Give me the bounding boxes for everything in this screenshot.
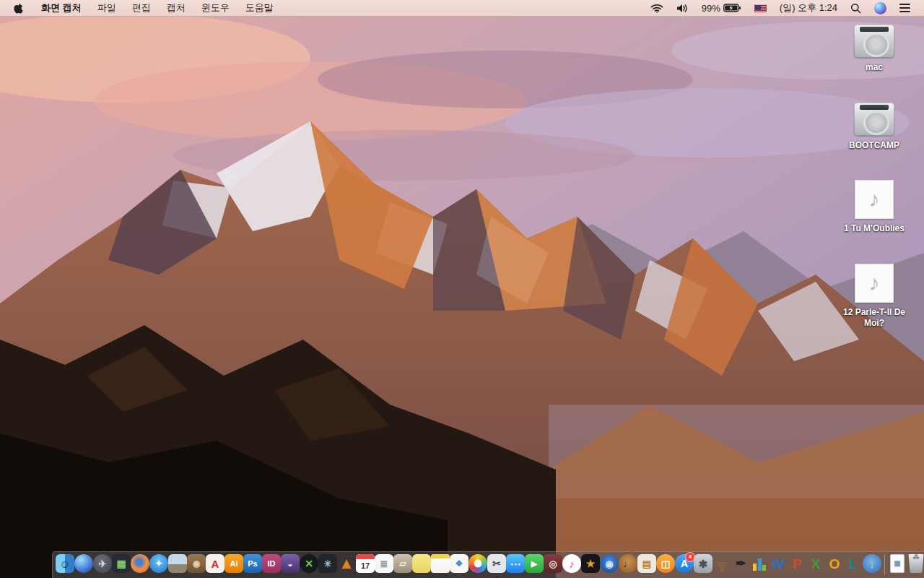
safari-icon[interactable]: ✦ [149, 554, 168, 578]
system-preferences-icon[interactable]: ✱ [694, 554, 712, 578]
active-app-name[interactable]: 화면 캡처 [33, 1, 90, 14]
imovie-icon[interactable]: ★ [581, 554, 600, 578]
grab-screen-capture-glyph: ✂ [487, 554, 506, 573]
image-file-icon[interactable]: ▦ [888, 554, 907, 578]
microsoft-word-glyph: W [769, 554, 788, 573]
pages-glyph: ✒ [731, 554, 750, 573]
notification-center-icon[interactable] [893, 0, 917, 16]
grab-screen-capture-icon[interactable]: ✂ [487, 554, 506, 578]
ibooks-icon[interactable]: ◫ [656, 554, 675, 578]
acrobat-reader-glyph: A [206, 554, 225, 573]
photos-glyph [468, 554, 487, 573]
battery-status[interactable]: 99% [695, 0, 748, 16]
keynote-glyph: ╦ [712, 554, 731, 573]
facetime-icon[interactable]: ▶ [525, 554, 544, 578]
volume-icon[interactable] [670, 0, 695, 16]
siri-icon[interactable] [74, 554, 93, 578]
reminders-icon[interactable]: ≣ [375, 554, 393, 578]
menu-items: 파일편집캡처윈도우도움말 [90, 1, 282, 14]
menu-item-4[interactable]: 윈도우 [193, 1, 237, 14]
xee-image-viewer-glyph: ✕ [300, 554, 318, 573]
us-flag-icon [754, 4, 767, 12]
garageband-icon[interactable]: ♩ [619, 554, 637, 578]
contacts-glyph: ◉ [187, 554, 206, 573]
firefox-glyph [131, 554, 149, 573]
launchpad-icon[interactable]: ✈ [93, 554, 112, 578]
menu-bar-clock[interactable]: (일) 오후 1:24 [773, 0, 844, 16]
contacts-icon[interactable]: ◉ [187, 554, 206, 578]
ibooks-glyph: ◫ [656, 554, 675, 573]
unarchiver-icon[interactable]: ▱ [393, 554, 412, 578]
audio-file-icon: ♪ [855, 180, 894, 219]
adobe-illustrator-icon[interactable]: Ai [225, 554, 243, 578]
toast-titanium-icon[interactable]: ◒ [281, 554, 300, 578]
input-source-flag[interactable] [748, 0, 773, 16]
mission-control-icon[interactable]: ▦ [112, 554, 131, 578]
garageband-glyph: ♩ [619, 554, 637, 573]
notes-icon[interactable] [431, 554, 450, 578]
xee-image-viewer-icon[interactable]: ✕ [300, 554, 318, 578]
microsoft-word-icon[interactable]: W [769, 554, 788, 578]
microsoft-outlook-icon[interactable]: O [825, 554, 844, 578]
wallpaper-sierra-mountain [0, 0, 924, 578]
image-file-glyph: ▦ [890, 554, 905, 573]
preview-icon[interactable] [168, 554, 187, 578]
newsletter-collage-icon[interactable]: ▤ [637, 554, 656, 578]
apple-menu-icon[interactable] [7, 0, 33, 16]
adobe-indesign-icon[interactable]: ID [262, 554, 281, 578]
menu-item-5[interactable]: 도움말 [237, 1, 282, 14]
messages-glyph: ⋯ [506, 554, 525, 573]
trash-full-icon[interactable]: ⁂ [907, 554, 924, 578]
adobe-photoshop-icon[interactable]: Ps [243, 554, 262, 578]
menu-item-2[interactable]: 편집 [124, 1, 159, 14]
hard-drive-icon [854, 103, 894, 136]
acrobat-reader-icon[interactable]: A [206, 554, 225, 578]
dock-divider [884, 554, 885, 574]
preview-glyph [168, 554, 187, 573]
microsoft-excel-icon[interactable]: X [806, 554, 825, 578]
newsletter-collage-glyph: ▤ [637, 554, 656, 573]
wifi-icon[interactable] [644, 0, 670, 16]
desktop-icon-label: 1 Tu M'Oublies [844, 223, 905, 235]
volume-mac[interactable]: mac [854, 25, 894, 74]
microsoft-powerpoint-icon[interactable]: P [788, 554, 806, 578]
numbers-icon[interactable] [750, 554, 769, 578]
volume-bootcamp[interactable]: BOOTCAMP [849, 103, 899, 152]
siri-glyph [74, 554, 93, 573]
adobe-illustrator-glyph: Ai [225, 554, 243, 573]
microsoft-lync-icon[interactable]: L [844, 554, 863, 578]
audio-file-2[interactable]: ♪12 Parle-T-Il De Moi? [836, 264, 912, 329]
reminders-glyph: ≣ [375, 554, 393, 573]
pages-icon[interactable]: ✒ [731, 554, 750, 578]
desktop: 화면 캡처 파일편집캡처윈도우도움말 99% [0, 0, 924, 578]
microsoft-powerpoint-glyph: P [788, 554, 806, 573]
calendar-glyph: 17 [356, 554, 375, 573]
numbers-glyph [750, 554, 769, 573]
dock: ☺✈▦✦◉AAiPsID◒✕✳▲17≣▱❖✂⋯▶◎♪★◉♩▤◫A4✱╦✒WPXO… [52, 551, 924, 578]
menu-item-3[interactable]: 캡처 [159, 1, 193, 14]
vlc-icon[interactable]: ▲ [337, 554, 356, 578]
photo-booth-icon[interactable]: ◎ [544, 554, 562, 578]
mission-control-glyph: ▦ [112, 554, 131, 573]
siri-icon[interactable] [868, 0, 893, 16]
messages-icon[interactable]: ⋯ [506, 554, 525, 578]
web-downloader-icon[interactable]: ↓ [863, 554, 881, 578]
fan-disc-utility-icon[interactable]: ✳ [318, 554, 337, 578]
desktop-icon-label: 12 Parle-T-Il De Moi? [836, 307, 912, 329]
dvd-player-icon[interactable]: ◉ [600, 554, 619, 578]
stickies-icon[interactable] [412, 554, 431, 578]
itunes-icon[interactable]: ♪ [562, 554, 581, 578]
menu-item-1[interactable]: 파일 [90, 1, 124, 14]
app-store-icon[interactable]: A4 [675, 554, 694, 578]
battery-charging-icon [723, 4, 741, 12]
facetime-glyph: ▶ [525, 554, 544, 573]
spotlight-search-icon[interactable] [844, 0, 868, 16]
finder-icon[interactable]: ☺ [56, 554, 74, 578]
certificate-document-icon[interactable]: ❖ [450, 554, 468, 578]
keynote-icon[interactable]: ╦ [712, 554, 731, 578]
photos-icon[interactable] [468, 554, 487, 578]
audio-file-1[interactable]: ♪1 Tu M'Oublies [844, 180, 905, 235]
firefox-icon[interactable] [131, 554, 149, 578]
battery-percent: 99% [702, 3, 720, 14]
calendar-icon[interactable]: 17 [356, 554, 375, 578]
